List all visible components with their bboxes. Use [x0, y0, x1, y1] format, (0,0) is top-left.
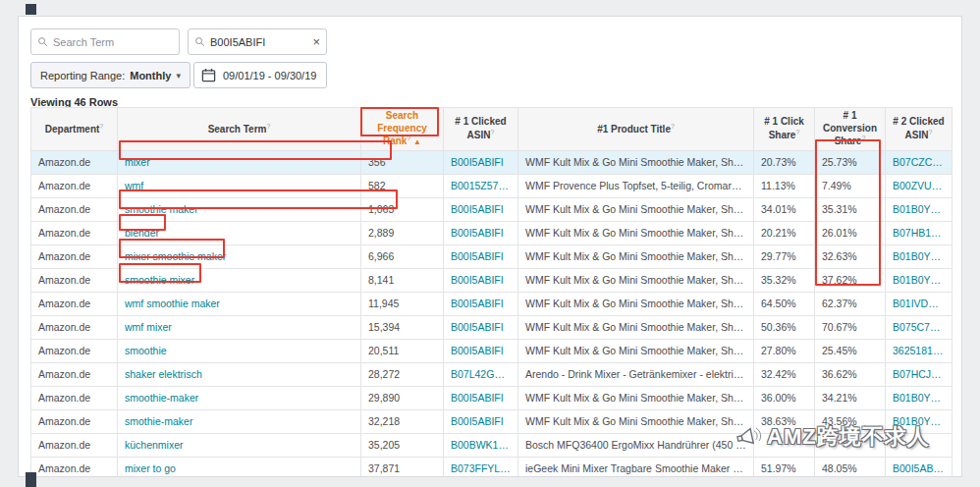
- clicked-asin-2-link[interactable]: B07HB1667H: [886, 221, 953, 244]
- product-title-cell: WMF Kult Mix & Go Mini Smoothie Maker, S…: [518, 268, 754, 292]
- search-frequency-rank-cell: 8,141: [361, 268, 444, 292]
- asin-filter[interactable]: ×: [188, 28, 327, 55]
- search-term-link[interactable]: blender: [118, 221, 361, 244]
- clicked-asin-1-link[interactable]: B00I5ABIFI: [444, 315, 518, 339]
- col-header-product-title-1[interactable]: #1 Product Title?: [518, 108, 754, 151]
- conversion-share-cell: 25.45%: [815, 339, 886, 362]
- product-title-cell: WMF Kult Mix & Go Mini Smoothie Maker, S…: [518, 315, 754, 339]
- click-share-cell: 11.13%: [754, 174, 815, 197]
- search-term-link[interactable]: mixer: [118, 150, 361, 174]
- clear-search-icon[interactable]: ×: [312, 35, 320, 48]
- department-cell: Amazon.de: [31, 268, 118, 292]
- product-title-cell: WMF Kult Mix & Go Mini Smoothie Maker, S…: [518, 221, 754, 244]
- clicked-asin-1-link[interactable]: B00I5ABIFI: [444, 339, 518, 362]
- product-title-cell: Arendo - Drink Mixer - Getränkemixer - e…: [518, 362, 754, 386]
- department-cell: Amazon.de: [31, 174, 118, 197]
- table-row[interactable]: Amazon.de mixer 356 B00I5ABIFI WMF Kult …: [31, 150, 953, 174]
- clicked-asin-2-link[interactable]: B07CZCJH2K: [886, 150, 953, 174]
- col-header-search-term[interactable]: Search Term?: [118, 108, 361, 151]
- reporting-range-dropdown[interactable]: Reporting Range: Monthly ▾: [30, 62, 191, 88]
- table-row[interactable]: Amazon.de smothie-maker 32,218 B00I5ABIF…: [31, 409, 953, 433]
- department-cell: Amazon.de: [31, 386, 118, 409]
- clicked-asin-1-link[interactable]: B00I5ABIFI: [444, 386, 518, 409]
- search-term-link[interactable]: mixer smoothie maker: [118, 244, 361, 268]
- search-term-link[interactable]: mixer to go: [118, 457, 361, 477]
- clicked-asin-1-link[interactable]: B073FFYL4J: [444, 457, 518, 477]
- search-term-link[interactable]: smoothie-maker: [118, 386, 361, 409]
- product-title-cell: WMF Kult Mix & Go Mini Smoothie Maker, S…: [518, 292, 754, 315]
- search-frequency-rank-cell: 582: [361, 174, 444, 197]
- clicked-asin-1-link[interactable]: B0015Z57KW: [444, 174, 518, 197]
- department-cell: Amazon.de: [31, 409, 118, 433]
- table-row[interactable]: Amazon.de smoothie mixer 8,141 B00I5ABIF…: [31, 268, 953, 292]
- table-row[interactable]: Amazon.de wmf mixer 15,394 B00I5ABIFI WM…: [31, 315, 953, 339]
- col-header-conversion-share-1[interactable]: # 1 Conversion Share?: [815, 108, 886, 151]
- conversion-share-cell: 7.49%: [815, 174, 886, 197]
- table-row[interactable]: Amazon.de smoothie-maker 29,890 B00I5ABI…: [31, 386, 953, 409]
- search-frequency-rank-cell: 37,871: [361, 457, 444, 477]
- clicked-asin-2-link[interactable]: B01B0YRL4M: [886, 268, 953, 292]
- asin-search-input[interactable]: [210, 36, 307, 48]
- search-term-link[interactable]: smothie-maker: [118, 409, 361, 433]
- search-frequency-rank-cell: 35,205: [361, 433, 444, 457]
- table-row[interactable]: Amazon.de mixer smoothie maker 6,966 B00…: [31, 244, 953, 268]
- search-term-link[interactable]: smoothie: [118, 339, 361, 362]
- info-icon: ?: [671, 123, 675, 130]
- search-term-link[interactable]: smoothie maker: [118, 197, 361, 221]
- clicked-asin-2-link[interactable]: B075C74ZJP: [886, 315, 953, 339]
- click-share-cell: 35.32%: [754, 268, 815, 292]
- clicked-asin-1-link[interactable]: B00I5ABIFI: [444, 221, 518, 244]
- clicked-asin-2-link[interactable]: B01B0YRL4M: [886, 409, 953, 433]
- clicked-asin-1-link[interactable]: B00I5ABIFI: [444, 244, 518, 268]
- clicked-asin-2-link[interactable]: B00ZVUZVFI: [886, 174, 953, 197]
- clicked-asin-2-link[interactable]: B07HCJQPS3: [886, 362, 953, 386]
- table-row[interactable]: Amazon.de mixer to go 37,871 B073FFYL4J …: [31, 457, 953, 477]
- search-term-link[interactable]: shaker elektrisch: [118, 362, 361, 386]
- col-header-clicked-asin-1[interactable]: # 1 Clicked ASIN?: [444, 108, 518, 151]
- clicked-asin-2-link[interactable]: B01B0YRL4M: [886, 197, 953, 221]
- info-icon: ?: [407, 135, 410, 141]
- search-term-link[interactable]: küchenmixer: [118, 433, 361, 457]
- table-row[interactable]: Amazon.de smoothie maker 1,063 B00I5ABIF…: [31, 197, 953, 221]
- clicked-asin-2-link[interactable]: B01B0YRL4M: [886, 244, 953, 268]
- table-row[interactable]: Amazon.de shaker elektrisch 28,272 B07L4…: [31, 362, 953, 386]
- date-range-picker[interactable]: 09/01/19 - 09/30/19: [193, 62, 327, 88]
- col-header-department[interactable]: Department?: [31, 108, 118, 151]
- table-row[interactable]: Amazon.de küchenmixer 35,205 B00BWK1RAM …: [31, 433, 953, 457]
- search-frequency-rank-cell: 1,063: [361, 197, 444, 221]
- table-row[interactable]: Amazon.de blender 2,889 B00I5ABIFI WMF K…: [31, 221, 953, 244]
- clicked-asin-2-link[interactable]: 362518138X: [886, 339, 953, 362]
- conversion-share-cell: 35.31%: [815, 197, 886, 221]
- col-header-search-frequency-rank[interactable]: Search Frequency Rank? ▲: [361, 108, 444, 151]
- conversion-share-cell: 36.62%: [815, 362, 886, 386]
- click-share-cell: 38.63%: [754, 409, 815, 433]
- search-term-filter[interactable]: [30, 28, 180, 55]
- search-frequency-rank-cell: 20,511: [361, 339, 444, 362]
- clicked-asin-1-link[interactable]: B00I5ABIFI: [444, 409, 518, 433]
- table-row[interactable]: Amazon.de wmf smoothie maker 11,945 B00I…: [31, 292, 953, 315]
- clicked-asin-1-link[interactable]: B00I5ABIFI: [444, 150, 518, 174]
- search-term-link[interactable]: smoothie mixer: [118, 268, 361, 292]
- clicked-asin-2-link[interactable]: B01IVDX644: [886, 292, 953, 315]
- search-term-link[interactable]: wmf: [118, 174, 361, 197]
- col-header-click-share-1[interactable]: # 1 Click Share?: [754, 108, 815, 151]
- clicked-asin-1-link[interactable]: B00I5ABIFI: [444, 268, 518, 292]
- search-term-input[interactable]: [53, 36, 173, 48]
- search-term-link[interactable]: wmf smoothie maker: [118, 292, 361, 315]
- clicked-asin-2-link[interactable]: B01B0YRL4M: [886, 386, 953, 409]
- conversion-share-cell: 37.62%: [815, 268, 886, 292]
- table-row[interactable]: Amazon.de smoothie 20,511 B00I5ABIFI WMF…: [31, 339, 953, 362]
- conversion-share-cell: 70.67%: [815, 315, 886, 339]
- clicked-asin-1-link[interactable]: B00BWK1RAM: [444, 433, 518, 457]
- clicked-asin-2-link[interactable]: [886, 433, 953, 457]
- search-term-link[interactable]: wmf mixer: [118, 315, 361, 339]
- col-header-clicked-asin-2[interactable]: # 2 Clicked ASIN?: [886, 108, 953, 151]
- department-cell: Amazon.de: [31, 315, 118, 339]
- table-row[interactable]: Amazon.de wmf 582 B0015Z57KW WMF Provenc…: [31, 174, 953, 197]
- clicked-asin-2-link[interactable]: B00I5ABIFI: [886, 457, 953, 477]
- clicked-asin-1-link[interactable]: B00I5ABIFI: [444, 292, 518, 315]
- clicked-asin-1-link[interactable]: B00I5ABIFI: [444, 197, 518, 221]
- product-title-cell: WMF Kult Mix & Go Mini Smoothie Maker, S…: [518, 150, 754, 174]
- clicked-asin-1-link[interactable]: B07L42GR8W: [444, 362, 518, 386]
- conversion-share-cell: 43.56%: [815, 409, 886, 433]
